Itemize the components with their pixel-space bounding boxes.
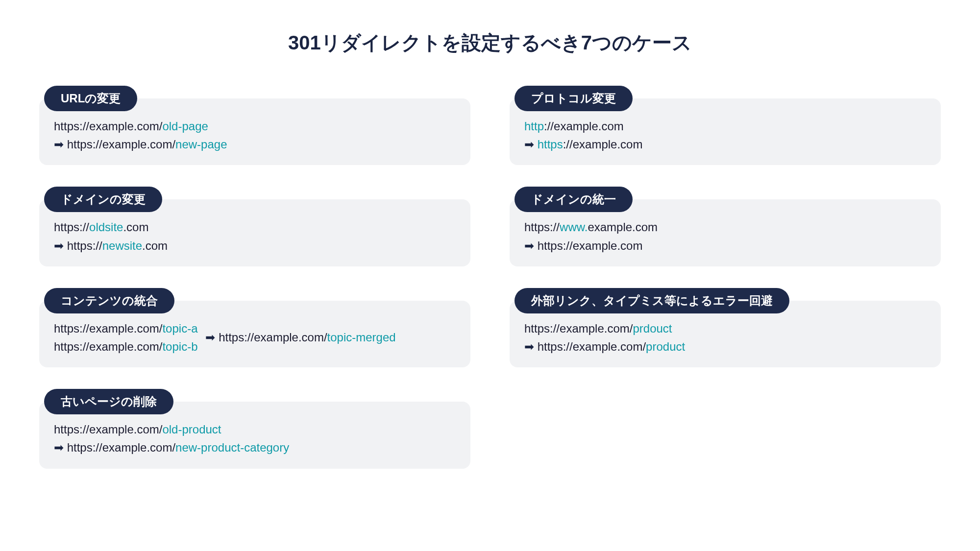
url-highlight: oldsite [89,220,123,234]
arrow-icon: ➡ [54,138,64,151]
url-line: ➡ https://example.com/new-product-catego… [54,438,456,456]
case-pill: URLの変更 [44,86,137,111]
case-card: 外部リンク、タイプミス等によるエラー回避https://example.com/… [510,288,941,367]
url-highlight: http [524,120,544,133]
url-prefix: https:// [524,220,560,234]
case-pill: ドメインの統一 [514,187,633,212]
url-line: http://example.com [524,117,926,135]
arrow-icon: ➡ [54,441,64,454]
url-highlight: prdouct [633,322,672,335]
url-line: https://example.com/old-product [54,420,456,438]
page: 301リダイレクトを設定するべき7つのケース URLの変更https://exa… [0,0,980,498]
arrow-icon: ➡ [524,138,534,151]
inline-left: https://example.com/topic-ahttps://examp… [54,319,197,356]
url-highlight: old-page [162,120,208,133]
url-prefix: https://example.com/ [524,322,633,335]
case-pill: 外部リンク、タイプミス等によるエラー回避 [514,288,789,313]
columns: URLの変更https://example.com/old-page➡ http… [39,86,941,469]
case-pill: プロトコル変更 [514,86,633,111]
arrow-icon: ➡ [54,239,64,252]
url-prefix: https://example.com/ [54,120,162,133]
url-highlight: product [646,340,685,353]
url-prefix: https://example.com/ [54,322,162,335]
url-suffix: ://example.com [563,138,643,151]
case-card: 古いページの削除https://example.com/old-product➡… [39,389,470,468]
url-highlight: topic-b [162,340,197,353]
url-line: ➡ https://newsite.com [54,237,456,255]
case-card: コンテンツの統合https://example.com/topic-ahttps… [39,288,470,367]
case-pill: ドメインの変更 [44,187,162,212]
inline-row: https://example.com/topic-ahttps://examp… [54,319,456,356]
url-highlight: www. [560,220,588,234]
url-suffix: .com [142,239,168,252]
page-title: 301リダイレクトを設定するべき7つのケース [39,29,941,56]
url-highlight: topic-merged [327,331,396,344]
case-pill: コンテンツの統合 [44,288,174,313]
arrow-icon: ➡ [524,239,534,252]
url-suffix: example.com [588,220,658,234]
url-highlight: https [538,138,563,151]
left-column: URLの変更https://example.com/old-page➡ http… [39,86,470,469]
arrow-icon: ➡ [205,331,215,344]
url-line: ➡ https://example.com/product [524,337,926,356]
arrow-icon: ➡ [524,340,534,353]
case-card: プロトコル変更http://example.com➡ https://examp… [510,86,941,165]
url-prefix: https:// [54,220,89,234]
url-line: https://oldsite.com [54,218,456,236]
url-line: https://example.com/old-page [54,117,456,135]
url-highlight: topic-a [162,322,197,335]
url-suffix: ://example.com [544,120,624,133]
url-line: https://example.com/prdouct [524,319,926,337]
url-prefix: https://example.com [534,239,642,252]
url-line: https://example.com/topic-a [54,319,197,337]
url-highlight: new-product-category [175,441,289,454]
url-prefix: https://example.com/ [54,423,162,436]
url-prefix: https://example.com/ [54,340,162,353]
url-prefix: https://example.com/ [215,331,327,344]
url-line: ➡ https://example.com/topic-merged [205,328,395,346]
case-card: ドメインの変更https://oldsite.com➡ https://news… [39,187,470,266]
right-column: プロトコル変更http://example.com➡ https://examp… [510,86,941,469]
url-highlight: new-page [175,138,227,151]
url-prefix: https://example.com/ [64,138,175,151]
url-highlight: old-product [162,423,221,436]
case-card: ドメインの統一https://www.example.com➡ https://… [510,187,941,266]
url-line: ➡ https://example.com [524,237,926,255]
url-highlight: newsite [102,239,142,252]
url-prefix: https:// [64,239,102,252]
url-line: https://www.example.com [524,218,926,236]
url-suffix: .com [123,220,148,234]
url-prefix: https://example.com/ [534,340,646,353]
url-line: ➡ https://example.com/new-page [54,135,456,153]
url-line: https://example.com/topic-b [54,337,197,356]
url-line: ➡ https://example.com [524,135,926,153]
case-card: URLの変更https://example.com/old-page➡ http… [39,86,470,165]
url-prefix: https://example.com/ [64,441,175,454]
url-prefix [534,138,538,151]
case-pill: 古いページの削除 [44,389,173,414]
